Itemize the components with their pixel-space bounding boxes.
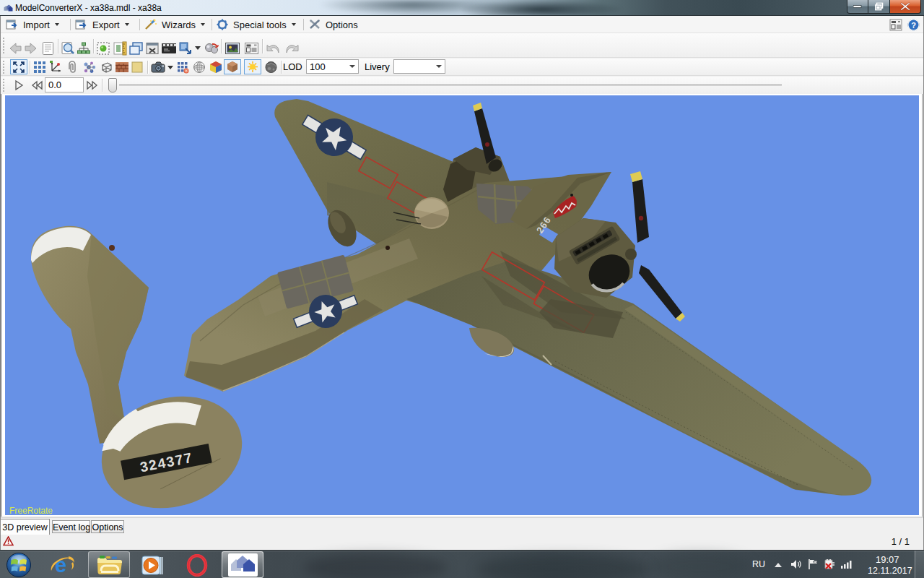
svg-text:?: ? [911, 20, 916, 29]
svg-text:e: e [55, 553, 66, 577]
